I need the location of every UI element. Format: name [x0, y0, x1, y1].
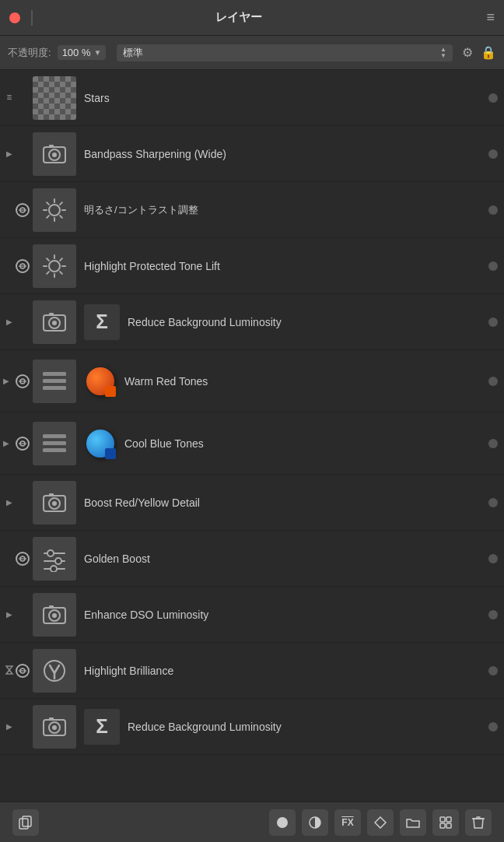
layer-name: Enhance DSO Luminosity	[84, 609, 482, 621]
grid-button[interactable]	[432, 809, 459, 836]
svg-rect-40	[43, 434, 66, 438]
layer-status-dot	[488, 377, 498, 386]
layer-thumbnail	[33, 76, 76, 120]
layer-row[interactable]: ▶ Boost Red/Yellow Detail	[0, 475, 504, 531]
layer-thumbnail	[33, 649, 76, 693]
expand-arrow[interactable]: ▶	[3, 722, 16, 731]
layer-thumbnail	[33, 132, 76, 176]
settings-icon[interactable]: ⚙	[462, 45, 473, 60]
layer-row[interactable]: Highlight Protected Tone Lift	[0, 238, 504, 294]
svg-line-16	[60, 202, 62, 205]
bottom-left-controls	[12, 809, 39, 836]
visibility-icon	[19, 206, 26, 214]
ball-badge	[105, 448, 116, 459]
svg-point-52	[55, 558, 61, 564]
open-folder-button[interactable]	[400, 809, 426, 836]
color-ball-container	[84, 365, 117, 398]
layer-row[interactable]: 明るさ/コントラスト調整	[0, 182, 504, 238]
expand-arrow[interactable]: ▶	[3, 439, 16, 447]
thumb-inner	[33, 188, 76, 232]
visibility-toggle[interactable]	[16, 374, 30, 388]
title-bar: ✕ レイヤー ≡	[0, 0, 504, 36]
layer-name: Reduce Background Luminosity	[128, 721, 482, 733]
svg-line-27	[60, 258, 62, 261]
svg-line-14	[47, 202, 49, 205]
thumb-inner	[33, 649, 76, 693]
layer-row[interactable]: ▶ Bandpass Sharpening (Wide)	[0, 126, 504, 182]
add-half-fill-button[interactable]	[302, 809, 328, 836]
svg-point-69	[277, 817, 288, 828]
layer-thumbnail	[33, 593, 76, 637]
layer-status-dot	[488, 666, 498, 675]
add-fx-button[interactable]: FX	[334, 809, 361, 836]
layer-row[interactable]: ▶ Cool Blue Tones	[0, 412, 504, 475]
svg-rect-73	[440, 823, 445, 828]
expand-arrow[interactable]: ▶	[3, 318, 16, 326]
svg-point-31	[52, 321, 57, 325]
expand-arrow[interactable]: ▶	[3, 498, 16, 507]
layer-status-dot	[488, 149, 498, 159]
menu-icon[interactable]: ≡	[486, 9, 495, 26]
layer-row[interactable]: ▶ Σ Reduce Background Luminosity	[0, 294, 504, 350]
thumb-inner	[33, 705, 76, 749]
mask-icon	[374, 816, 387, 829]
sub-icon-container: Σ	[84, 304, 120, 340]
delete-button[interactable]	[465, 809, 492, 836]
opacity-label: 不透明度:	[8, 46, 51, 60]
layer-row[interactable]: ▶ Σ Reduce Background Luminosity	[0, 699, 504, 755]
visibility-icon	[19, 667, 26, 675]
layer-thumbnail	[33, 705, 76, 749]
expand-arrow	[3, 93, 16, 102]
svg-line-25	[47, 258, 49, 261]
add-mask-button[interactable]	[367, 809, 394, 836]
svg-point-50	[47, 550, 54, 556]
layer-row[interactable]: Highlight Brilliance	[0, 643, 504, 699]
layer-row[interactable]: Stars	[0, 70, 504, 126]
opacity-control[interactable]: 100 % ▼	[58, 45, 107, 60]
layer-row[interactable]: Golden Boost	[0, 531, 504, 587]
layer-name: Golden Boost	[84, 553, 482, 565]
lock-icon[interactable]: 🔒	[481, 45, 496, 60]
sun-icon	[41, 197, 68, 223]
layer-row[interactable]: ▶ Enhance DSO Luminosity	[0, 587, 504, 643]
visibility-toggle[interactable]	[16, 437, 30, 451]
layer-status-dot	[488, 439, 498, 448]
layer-row[interactable]: ▶ Warm Red Tones	[0, 350, 504, 412]
expand-group: ▶	[3, 439, 16, 447]
layer-name: Warm Red Tones	[124, 375, 482, 388]
sigma-icon: Σ	[96, 310, 108, 334]
warm-ball	[86, 367, 114, 395]
svg-rect-42	[43, 448, 66, 452]
layer-thumbnail	[33, 360, 76, 403]
svg-point-5	[52, 153, 57, 157]
expand-arrow[interactable]: ▶	[3, 610, 16, 619]
layer-thumbnail	[33, 481, 76, 524]
layer-status-dot	[488, 610, 498, 619]
expand-arrow[interactable]: ▶	[3, 377, 16, 385]
svg-rect-2	[7, 99, 12, 100]
sub-icon-container: Σ	[84, 709, 120, 745]
expand-arrow[interactable]: ▶	[3, 149, 16, 158]
visibility-toggle[interactable]	[16, 664, 30, 678]
layer-name: Highlight Brilliance	[84, 665, 482, 677]
blend-mode-chevrons: ▲ ▼	[440, 47, 446, 59]
layer-name: Reduce Background Luminosity	[128, 316, 482, 328]
visibility-icon	[19, 440, 26, 447]
visibility-toggle[interactable]	[16, 259, 30, 273]
group-layers-icon	[41, 368, 68, 395]
opacity-value: 100 %	[62, 47, 91, 58]
thumb-inner	[33, 537, 76, 581]
visibility-toggle[interactable]	[16, 203, 30, 217]
svg-rect-1	[7, 96, 12, 97]
add-solid-fill-button[interactable]	[269, 809, 296, 836]
camera-icon	[41, 489, 68, 516]
layer-thumbnail	[33, 422, 76, 465]
layer-status-dot	[488, 93, 498, 103]
layer-name: Cool Blue Tones	[124, 437, 482, 450]
svg-point-45	[52, 501, 57, 506]
visibility-toggle[interactable]	[16, 552, 30, 566]
duplicate-button[interactable]	[12, 809, 39, 836]
blend-mode-control[interactable]: 標準 ▲ ▼	[117, 44, 453, 61]
trash-icon	[472, 816, 485, 830]
layer-name: Bandpass Sharpening (Wide)	[84, 148, 482, 160]
